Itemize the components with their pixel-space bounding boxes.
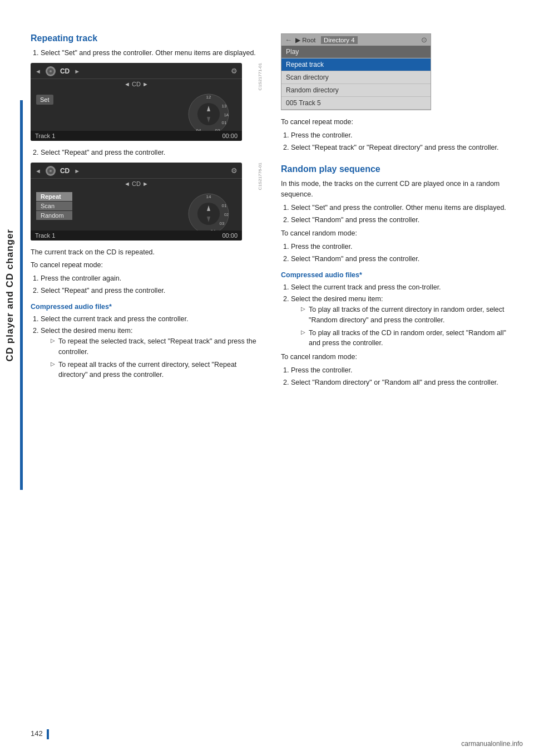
- menu-item-play[interactable]: Play: [281, 46, 431, 58]
- right-sub-bullet-list: To play all tracks of the current direct…: [301, 305, 517, 348]
- menu-item-random-dir[interactable]: Random directory: [281, 84, 431, 97]
- right-column: ← ▶ Root Directory 4 ⊙ Play Repeat track…: [281, 33, 517, 391]
- cd-display-2: ◄ CD ► ⚙ ◄ CD ► Repeat Sca: [31, 163, 242, 240]
- menu-item-track5[interactable]: 005 Track 5: [281, 97, 431, 110]
- sidebar-label: CD player and CD changer: [0, 100, 20, 490]
- random-intro: In this mode, the tracks on the current …: [281, 179, 517, 200]
- random-item: Random: [36, 211, 72, 220]
- breadcrumb: ▶ Root Directory 4: [295, 36, 358, 44]
- right-sub-bullet-1: To play all tracks of the current direct…: [301, 305, 517, 326]
- cd-settings-icon-1: ⚙: [231, 67, 238, 75]
- cd-bottom-bar-2: Track 1 00:00: [31, 230, 242, 240]
- cd-top-bar-2: ◄ CD ► ⚙: [31, 163, 242, 179]
- random-cancel-step3: Press the controller.: [291, 365, 517, 376]
- info-text-1: The current track on the CD is repeated.: [31, 247, 264, 258]
- time-label-1: 00:00: [222, 132, 238, 139]
- cd-dial-2: 14 01 02 03 04: [186, 192, 231, 236]
- cd-right-arrow-2: ►: [74, 168, 80, 174]
- cd-display-1-wrapper: ◄ CD ► ⚙ ◄ CD ► Set: [31, 63, 264, 141]
- step1-item: Select "Set" and press the controller. O…: [41, 48, 264, 58]
- svg-text:1A: 1A: [224, 113, 229, 117]
- random-cancel-step2: Select "Random" and press the controller…: [291, 254, 517, 264]
- cancel-step2: Select "Repeat" and press the controller…: [41, 286, 264, 296]
- cd-label-2: CD: [60, 167, 70, 175]
- track-label-1: Track 1: [35, 132, 55, 139]
- random-play-heading: Random play sequence: [281, 164, 517, 174]
- back-icon: ←: [285, 36, 292, 44]
- random-cancel-heading-2: To cancel random mode:: [281, 352, 517, 362]
- page-number: 142: [31, 729, 49, 739]
- compressed-audio-heading: Compressed audio files*: [31, 303, 264, 311]
- cancel-step1: Press the controller again.: [41, 273, 264, 284]
- menu-items-list: Play Repeat track Scan directory Random …: [281, 46, 431, 110]
- menu-top-bar: ← ▶ Root Directory 4 ⊙: [281, 34, 431, 46]
- cd-sub-label: ◄ CD ►: [124, 81, 149, 87]
- menu-settings-icon: ⊙: [421, 36, 427, 44]
- cd-left-arrow-2: ◄: [35, 168, 41, 174]
- random-step1: Select "Set" and press the controller. O…: [291, 203, 517, 213]
- img-side-text-1: C1S21771-01: [258, 63, 264, 90]
- right-sub-step2: Select the desired menu item: To play al…: [291, 294, 517, 348]
- cd-label-1: CD: [60, 67, 70, 75]
- info-text-2: To cancel repeat mode:: [31, 260, 264, 271]
- cd-top-bar-1: ◄ CD ► ⚙: [31, 63, 242, 79]
- right-cancel-step1: Press the controller.: [291, 130, 517, 141]
- cd-repeat-box: Repeat Scan Random: [36, 192, 72, 220]
- cd-settings-icon-2: ⚙: [231, 166, 238, 175]
- right-sub-step1: Select the current track and press the c…: [291, 282, 517, 293]
- sub-step1: Select the current track and press the c…: [41, 314, 264, 325]
- right-compressed-audio-heading: Compressed audio files*: [281, 271, 517, 279]
- svg-point-14: [50, 170, 52, 172]
- scan-item: Scan: [36, 202, 72, 210]
- step2-item: Select "Repeat" and press the controller…: [41, 148, 264, 158]
- cd-disc-icon: [46, 66, 56, 76]
- right-cancel-heading: To cancel repeat mode:: [281, 117, 517, 127]
- blue-bar: [20, 100, 23, 490]
- cd-dial-1: 12 13 1A 01 02 03 04: [186, 92, 231, 136]
- main-content: Repeating track Select "Set" and press t…: [31, 33, 517, 391]
- img-side-text-2: C1S21776-01: [258, 163, 264, 190]
- cd-left-arrow: ◄: [35, 68, 41, 75]
- svg-text:01: 01: [222, 120, 227, 125]
- menu-item-repeat-track[interactable]: Repeat track: [281, 58, 431, 71]
- cd-disc-icon-2: [46, 166, 56, 176]
- right-sub-bullet-2: To play all tracks of the CD in random o…: [301, 328, 517, 349]
- random-cancel-heading: To cancel random mode:: [281, 228, 517, 239]
- breadcrumb-root: Root: [302, 37, 315, 43]
- track-label-2: Track 1: [35, 232, 55, 239]
- right-cancel-step2: Select "Repeat track" or "Repeat directo…: [291, 143, 517, 153]
- left-column: Repeating track Select "Set" and press t…: [31, 33, 264, 391]
- svg-text:14: 14: [206, 194, 211, 199]
- cd-display-2-wrapper: ◄ CD ► ⚙ ◄ CD ► Repeat Sca: [31, 163, 264, 240]
- menu-item-scan-dir[interactable]: Scan directory: [281, 71, 431, 84]
- sub-bullet-2: To repeat all tracks of the current dire…: [51, 360, 264, 381]
- svg-text:12: 12: [206, 95, 211, 100]
- time-label-2: 00:00: [222, 232, 238, 239]
- repeating-track-heading: Repeating track: [31, 33, 264, 43]
- svg-text:01: 01: [222, 203, 227, 208]
- cd-sub-label-2: ◄ CD ►: [124, 180, 149, 187]
- sub-bullet-list: To repeat the selected track, select "Re…: [51, 336, 264, 380]
- bottom-logo: carmanualonline.info: [461, 740, 523, 748]
- menu-display: ← ▶ Root Directory 4 ⊙ Play Repeat track…: [281, 33, 431, 110]
- sub-bullet-1: To repeat the selected track, select "Re…: [51, 336, 264, 357]
- svg-point-1: [50, 70, 52, 72]
- svg-text:03: 03: [220, 221, 225, 226]
- cd-set-box: Set: [36, 95, 53, 105]
- random-cancel-step1: Press the controller.: [291, 242, 517, 252]
- repeat-item: Repeat: [36, 192, 72, 201]
- cd-display-1: ◄ CD ► ⚙ ◄ CD ► Set: [31, 63, 242, 141]
- two-column-layout: Repeating track Select "Set" and press t…: [31, 33, 517, 391]
- svg-text:02: 02: [224, 213, 229, 217]
- page-number-bar: [47, 729, 49, 739]
- cd-right-arrow: ►: [74, 68, 80, 75]
- random-step2: Select "Random" and press the controller…: [291, 215, 517, 225]
- random-cancel-step4: Select "Random directory" or "Random all…: [291, 377, 517, 388]
- svg-text:13: 13: [222, 104, 227, 109]
- sub-step2: Select the desired menu item: To repeat …: [41, 326, 264, 380]
- cd-bottom-bar-1: Track 1 00:00: [31, 131, 242, 141]
- breadcrumb-dir4: Directory 4: [321, 36, 358, 44]
